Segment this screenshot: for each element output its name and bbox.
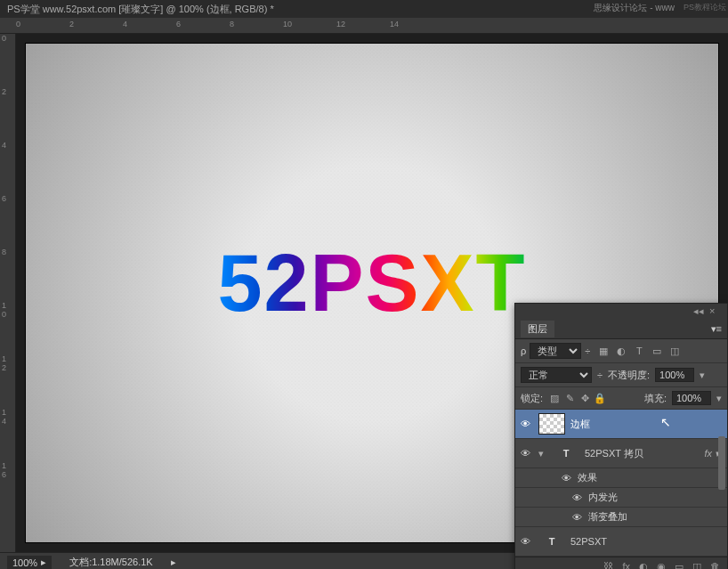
visibility-icon[interactable]: 👁: [517, 448, 533, 459]
zoom-level[interactable]: 100% ▸: [7, 556, 52, 569]
ruler-horizontal[interactable]: 02468101214: [0, 18, 728, 34]
effect-inner-glow[interactable]: 👁 内发光: [515, 488, 727, 508]
layer-item-border[interactable]: 👁 边框: [515, 410, 727, 439]
visibility-icon[interactable]: 👁: [560, 473, 572, 484]
effect-gradient-overlay[interactable]: 👁 渐变叠加: [515, 508, 727, 527]
fill-input[interactable]: [672, 391, 711, 405]
fill-label: 填充:: [644, 392, 667, 405]
link-layers-icon[interactable]: ⛓: [603, 561, 613, 569]
fx-icon[interactable]: fx: [622, 561, 630, 569]
layer-item-text-copy[interactable]: 👁 ▾ T 52PSXT 拷贝 fx ▾: [515, 439, 727, 468]
panel-footer: ⛓ fx ◐ ◉ ▭ ◫ 🗑: [515, 557, 727, 569]
adjustment-icon[interactable]: ◉: [657, 561, 666, 569]
doc-info[interactable]: 文档:1.18M/526.1K: [69, 556, 153, 569]
layer-name[interactable]: 52PSXT 拷贝: [585, 447, 699, 460]
filter-smart-icon[interactable]: ◫: [668, 345, 681, 357]
filter-arrow-icon[interactable]: ÷: [585, 345, 590, 356]
layer-name[interactable]: 边框: [570, 418, 725, 431]
layer-item-text[interactable]: 👁 T 52PSXT: [515, 527, 727, 557]
watermark-1: 思缘设计论坛 - www: [594, 2, 675, 14]
lock-paint-icon[interactable]: ✎: [563, 392, 576, 404]
collapse-arrow-icon[interactable]: ▾: [538, 448, 544, 459]
visibility-icon[interactable]: 👁: [570, 492, 583, 503]
lock-all-icon[interactable]: 🔒: [594, 392, 606, 404]
filter-row: ρ 类型 ÷ ▦ ◐ T ▭ ◫: [515, 339, 727, 363]
chevron-down-icon[interactable]: ▾: [700, 370, 705, 381]
delete-icon[interactable]: 🗑: [710, 561, 720, 569]
document-title: PS学堂 www.52psxt.com [璀璨文字] @ 100% (边框, R…: [7, 3, 274, 16]
layers-panel: ◂◂ × 图层 ▾≡ ρ 类型 ÷ ▦ ◐ T ▭ ◫ 正常 ÷ 不透明度: ▾…: [514, 303, 728, 569]
blend-mode-select[interactable]: 正常: [521, 367, 592, 383]
canvas-text[interactable]: 52PSXT: [217, 237, 526, 329]
visibility-icon[interactable]: 👁: [517, 419, 533, 429]
filter-pixel-icon[interactable]: ▦: [597, 345, 610, 357]
filter-shape-icon[interactable]: ▭: [651, 345, 663, 357]
watermark-2: PS教程论坛: [684, 2, 726, 13]
text-layer-icon[interactable]: T: [553, 443, 579, 464]
lock-row: 锁定: ▨ ✎ ✥ 🔒 填充: ▾: [515, 387, 727, 410]
visibility-icon[interactable]: 👁: [570, 512, 583, 523]
layer-list: 👁 边框 👁 ▾ T 52PSXT 拷贝 fx ▾ 👁 效果 👁 内发光 👁 渐…: [515, 410, 727, 557]
group-icon[interactable]: ▭: [675, 561, 684, 569]
layer-thumbnail[interactable]: [538, 413, 565, 435]
layers-tab[interactable]: 图层: [521, 321, 554, 337]
visibility-icon[interactable]: 👁: [517, 536, 533, 547]
new-layer-icon[interactable]: ◫: [692, 561, 701, 569]
scrollbar[interactable]: [718, 436, 725, 490]
lock-label: 锁定:: [521, 392, 543, 405]
text-layer-icon[interactable]: T: [538, 531, 565, 552]
effects-header[interactable]: 👁 效果: [515, 468, 727, 488]
close-icon[interactable]: ×: [709, 305, 722, 318]
opacity-label: 不透明度:: [608, 369, 650, 382]
blend-row: 正常 ÷ 不透明度: ▾: [515, 363, 727, 387]
layer-name[interactable]: 52PSXT: [570, 536, 725, 547]
chevron-down-icon[interactable]: ▸: [41, 557, 46, 568]
chevron-right-icon[interactable]: ▸: [171, 557, 176, 568]
panel-menu-icon[interactable]: ▾≡: [711, 323, 722, 335]
filter-type-select[interactable]: 类型: [530, 343, 581, 359]
collapse-icon[interactable]: ◂◂: [693, 305, 706, 318]
lock-transparency-icon[interactable]: ▨: [548, 392, 561, 404]
panel-header: 图层 ▾≡: [515, 320, 727, 339]
opacity-input[interactable]: [655, 368, 694, 382]
chevron-down-icon[interactable]: ▾: [716, 393, 722, 404]
filter-adjust-icon[interactable]: ◐: [615, 345, 627, 357]
ruler-vertical[interactable]: 0246810121416: [0, 34, 16, 552]
filter-text-icon[interactable]: T: [633, 345, 645, 357]
lock-position-icon[interactable]: ✥: [578, 392, 591, 404]
mask-icon[interactable]: ◐: [639, 561, 648, 569]
